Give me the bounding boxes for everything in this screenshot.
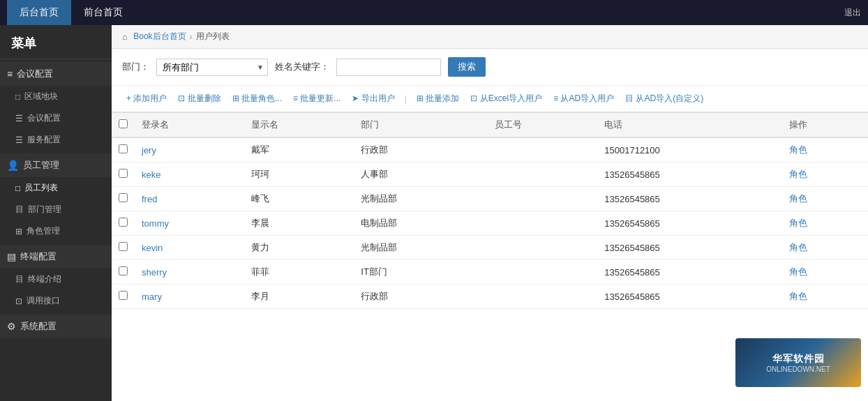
- sidebar-item-label-dept-manage: 部门管理: [28, 204, 61, 215]
- table-header-row: 登录名 显示名 部门 员工号 电话 操作: [112, 113, 868, 138]
- batch-role-button[interactable]: ⊞ 批量角色...: [228, 91, 286, 106]
- row-checkbox[interactable]: [119, 242, 128, 251]
- breadcrumb-sep: ›: [190, 32, 193, 42]
- row-checkbox-cell: [112, 137, 135, 162]
- row-display: 黄力: [244, 236, 354, 260]
- row-checkbox[interactable]: [119, 266, 128, 275]
- login-link[interactable]: fred: [142, 194, 157, 204]
- sidebar-item-terminal-intro[interactable]: 目 终端介绍: [0, 268, 112, 290]
- terminal-icon: ▤: [7, 251, 16, 262]
- sidebar-item-api[interactable]: ⊡ 调用接口: [0, 290, 112, 312]
- login-link[interactable]: jery: [142, 145, 156, 156]
- sidebar-group-header-terminal[interactable]: ▤ 终端配置: [0, 245, 112, 268]
- batch-delete-button[interactable]: ⊡ 批量删除: [174, 91, 225, 106]
- row-checkbox[interactable]: [119, 169, 128, 178]
- row-empno: [488, 260, 597, 285]
- col-phone: 电话: [597, 113, 782, 138]
- sidebar-group-label-meeting: 会议配置: [17, 68, 53, 80]
- home-icon: ⌂: [122, 32, 127, 42]
- login-link[interactable]: sherry: [142, 267, 167, 278]
- sidebar-item-zone[interactable]: □ 区域地块: [0, 86, 112, 107]
- row-display: 珂珂: [244, 162, 354, 187]
- login-link[interactable]: keke: [142, 169, 160, 180]
- import-excel-button[interactable]: ⊡ 从Excel导入用户: [466, 91, 546, 106]
- action-link[interactable]: 角色: [789, 218, 807, 228]
- breadcrumb-home[interactable]: Book后台首页: [133, 31, 186, 43]
- row-checkbox-cell: [112, 285, 135, 309]
- row-display: 峰飞: [244, 187, 354, 211]
- sidebar-group-header-staff[interactable]: 👤 员工管理: [0, 153, 112, 177]
- row-action: 角色: [782, 236, 868, 260]
- col-login: 登录名: [135, 113, 244, 138]
- sidebar-group-label-staff: 员工管理: [23, 159, 59, 172]
- dept-icon: 目: [15, 204, 24, 215]
- export-user-button[interactable]: ➤ 导出用户: [347, 91, 398, 106]
- terminal-intro-icon: 目: [15, 273, 24, 285]
- login-link[interactable]: tommy: [142, 218, 169, 229]
- row-dept: IT部门: [354, 260, 488, 285]
- sidebar-item-label-terminal-intro: 终端介绍: [28, 273, 61, 285]
- row-phone: 15001712100: [597, 137, 782, 162]
- sidebar-item-staff-list[interactable]: □ 员工列表: [0, 177, 112, 199]
- login-link[interactable]: kevin: [142, 243, 163, 253]
- action-link[interactable]: 角色: [789, 169, 807, 179]
- sidebar-item-label-meeting-config: 会议配置: [27, 112, 61, 124]
- import-ad-custom-button[interactable]: 目 从AD导入(自定义): [621, 91, 708, 106]
- row-display: 李晨: [244, 211, 354, 236]
- watermark: 华军软件园 ONLINEDOWN.NET: [735, 338, 861, 387]
- row-dept: 行政部: [354, 285, 488, 309]
- staff-icon: 👤: [7, 160, 19, 171]
- toolbar: + 添加用户 ⊡ 批量删除 ⊞ 批量角色... ≡ 批量更新... ➤ 导出用户…: [112, 86, 868, 112]
- nav-backend-home[interactable]: 后台首页: [7, 0, 71, 25]
- sidebar-group-system: ⚙ 系统配置: [0, 315, 112, 338]
- meeting-config-icon: ≡: [7, 68, 13, 80]
- search-button[interactable]: 搜索: [448, 57, 486, 77]
- sidebar-item-role-manage[interactable]: ⊞ 角色管理: [0, 220, 112, 242]
- dept-select[interactable]: 所有部门 行政部 人事部 光制品部 电制品部 IT部门: [156, 59, 268, 76]
- row-checkbox[interactable]: [119, 218, 128, 227]
- row-display: 戴军: [244, 137, 354, 162]
- sidebar-group-header-meeting[interactable]: ≡ 会议配置: [0, 62, 112, 86]
- action-link[interactable]: 角色: [789, 266, 807, 277]
- row-checkbox[interactable]: [119, 144, 128, 153]
- row-action: 角色: [782, 187, 868, 211]
- sidebar-item-meeting-config[interactable]: ☰ 会议配置: [0, 107, 112, 129]
- action-link[interactable]: 角色: [789, 242, 807, 252]
- import-ad-button[interactable]: ≡ 从AD导入用户: [549, 91, 618, 106]
- add-user-button[interactable]: + 添加用户: [122, 91, 171, 106]
- meeting-icon: ☰: [15, 114, 23, 123]
- sidebar-item-service-config[interactable]: ☰ 服务配置: [0, 129, 112, 151]
- table-row: mary 李月 行政部 13526545865 角色: [112, 285, 868, 309]
- login-link[interactable]: mary: [142, 292, 162, 302]
- service-icon: ☰: [15, 135, 23, 145]
- sidebar-group-header-system[interactable]: ⚙ 系统配置: [0, 315, 112, 338]
- sidebar-group-terminal: ▤ 终端配置 目 终端介绍 ⊡ 调用接口: [0, 245, 112, 312]
- action-link[interactable]: 角色: [789, 291, 807, 301]
- table-row: kevin 黄力 光制品部 13526545865 角色: [112, 236, 868, 260]
- table-row: tommy 李晨 电制品部 13526545865 角色: [112, 211, 868, 236]
- row-phone: 13526545865: [597, 162, 782, 187]
- row-empno: [488, 187, 597, 211]
- sidebar-group-staff: 👤 员工管理 □ 员工列表 目 部门管理 ⊞ 角色管理: [0, 153, 112, 242]
- row-display: 李月: [244, 285, 354, 309]
- nav-frontend-home[interactable]: 前台首页: [71, 0, 135, 25]
- search-input[interactable]: [336, 59, 441, 76]
- sidebar-item-dept-manage[interactable]: 目 部门管理: [0, 199, 112, 220]
- sidebar-title: 菜单: [0, 25, 112, 59]
- col-display: 显示名: [244, 113, 354, 138]
- action-link[interactable]: 角色: [789, 193, 807, 204]
- batch-add-button[interactable]: ⊞ 批量添加: [412, 91, 463, 106]
- row-login: kevin: [135, 236, 244, 260]
- row-checkbox-cell: [112, 187, 135, 211]
- action-link[interactable]: 角色: [789, 144, 807, 155]
- row-checkbox[interactable]: [119, 193, 128, 202]
- select-all-checkbox[interactable]: [119, 119, 128, 128]
- col-dept: 部门: [354, 113, 488, 138]
- breadcrumb-current: 用户列表: [196, 31, 230, 43]
- row-dept: 电制品部: [354, 211, 488, 236]
- batch-update-button[interactable]: ≡ 批量更新...: [289, 91, 345, 106]
- sidebar-item-label-zone: 区域地块: [24, 91, 58, 103]
- row-login: keke: [135, 162, 244, 187]
- row-dept: 行政部: [354, 137, 488, 162]
- row-checkbox[interactable]: [119, 291, 128, 300]
